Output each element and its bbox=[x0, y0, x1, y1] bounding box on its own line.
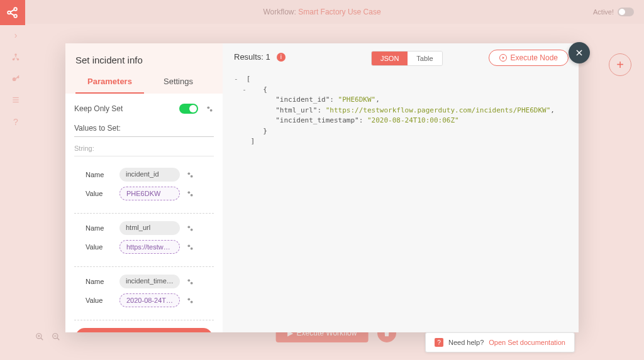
svg-point-31 bbox=[187, 298, 190, 300]
value-input[interactable]: PHE6DKW bbox=[119, 187, 180, 200]
svg-point-28 bbox=[191, 247, 193, 249]
modal-right-panel: Results: 1 i JSON Table Execute Node - [… bbox=[223, 43, 579, 332]
values-to-set-label: Values to Set: bbox=[74, 124, 214, 137]
workflow-title: Workflow: Smart Factory Use Case bbox=[263, 8, 380, 16]
svg-point-32 bbox=[191, 300, 193, 303]
play-icon bbox=[499, 54, 507, 62]
sidebar-expand-icon[interactable]: › bbox=[14, 30, 18, 40]
svg-line-13 bbox=[41, 338, 43, 341]
svg-point-5 bbox=[14, 53, 17, 56]
value-group: Name incident_id Value PHE6DKW bbox=[74, 163, 214, 214]
app-logo[interactable] bbox=[0, 0, 25, 25]
collapse-icon[interactable]: - bbox=[234, 75, 238, 83]
string-section-label: String: bbox=[74, 145, 214, 156]
svg-point-22 bbox=[191, 175, 193, 177]
svg-line-3 bbox=[10, 9, 14, 12]
svg-point-27 bbox=[187, 244, 190, 247]
svg-line-4 bbox=[10, 13, 14, 16]
name-input[interactable]: html_url bbox=[119, 221, 180, 235]
svg-point-30 bbox=[191, 281, 193, 284]
field-value-label: Value bbox=[86, 243, 113, 251]
gear-icon[interactable] bbox=[206, 105, 214, 113]
svg-point-8 bbox=[13, 77, 16, 81]
svg-point-26 bbox=[191, 228, 193, 231]
gear-icon[interactable] bbox=[186, 190, 194, 198]
gear-icon[interactable] bbox=[186, 297, 194, 305]
modal-tabs: Parameters Settings bbox=[75, 77, 213, 94]
node-title: Set incident info bbox=[75, 55, 213, 65]
gear-icon[interactable] bbox=[186, 278, 194, 286]
zoom-in-icon[interactable] bbox=[35, 332, 44, 341]
value-group: Name incident_times... Value 2020-08-24T… bbox=[74, 270, 214, 320]
svg-point-23 bbox=[187, 191, 190, 194]
svg-point-21 bbox=[187, 172, 190, 175]
help-doc-link[interactable]: Open Set documentation bbox=[489, 339, 565, 346]
left-sidebar: › ? bbox=[0, 25, 31, 127]
close-modal-button[interactable] bbox=[569, 42, 590, 63]
add-value-button[interactable]: Add Value ⌄ bbox=[75, 328, 213, 332]
app-header: Workflow: Smart Factory Use Case Active! bbox=[0, 0, 644, 24]
sidebar-credentials-icon[interactable] bbox=[11, 74, 20, 83]
svg-point-20 bbox=[210, 109, 213, 111]
gear-icon[interactable] bbox=[186, 224, 194, 232]
help-text: Need help? bbox=[448, 339, 484, 346]
value-group: Name html_url Value https://testworkfl..… bbox=[74, 216, 214, 267]
field-value-label: Value bbox=[86, 190, 113, 197]
json-view-button[interactable]: JSON bbox=[372, 52, 408, 65]
sidebar-executions-icon[interactable] bbox=[11, 95, 20, 104]
active-toggle[interactable] bbox=[618, 8, 634, 16]
sidebar-workflows-icon[interactable] bbox=[11, 53, 20, 62]
add-node-button[interactable]: + bbox=[609, 53, 631, 76]
field-name-label: Name bbox=[86, 171, 113, 178]
gear-icon[interactable] bbox=[186, 171, 194, 179]
execute-node-button[interactable]: Execute Node bbox=[489, 50, 569, 66]
value-input[interactable]: https://testworkfl... bbox=[119, 240, 180, 254]
svg-point-24 bbox=[191, 194, 193, 196]
node-edit-modal: Set incident info Parameters Settings Ke… bbox=[65, 43, 579, 332]
collapse-icon[interactable]: - bbox=[242, 85, 247, 94]
svg-line-17 bbox=[57, 338, 60, 341]
json-output: - [ - { "incident_id": "PHE6DKW", "html_… bbox=[234, 74, 567, 147]
field-name-label: Name bbox=[86, 224, 113, 232]
table-view-button[interactable]: Table bbox=[408, 52, 441, 65]
zoom-controls bbox=[35, 332, 60, 341]
svg-point-25 bbox=[187, 226, 190, 228]
name-input[interactable]: incident_times... bbox=[119, 275, 180, 288]
view-toggle: JSON Table bbox=[371, 51, 443, 66]
modal-left-panel: Set incident info Parameters Settings Ke… bbox=[65, 43, 223, 332]
keep-only-set-toggle[interactable] bbox=[179, 104, 198, 114]
field-name-label: Name bbox=[86, 278, 113, 285]
keep-only-set-label: Keep Only Set bbox=[74, 104, 123, 113]
results-count: Results: 1 bbox=[234, 52, 270, 62]
svg-point-29 bbox=[187, 279, 190, 281]
help-icon: ? bbox=[435, 338, 443, 347]
svg-point-19 bbox=[207, 106, 209, 109]
zoom-out-icon[interactable] bbox=[52, 332, 60, 341]
field-value-label: Value bbox=[86, 297, 113, 304]
value-input[interactable]: 2020-08-24T10:0... bbox=[119, 293, 180, 307]
help-popup: ? Need help? Open Set documentation bbox=[425, 332, 575, 352]
info-icon[interactable]: i bbox=[277, 53, 286, 62]
active-toggle-group: Active! bbox=[593, 8, 634, 16]
gear-icon[interactable] bbox=[186, 243, 194, 251]
sidebar-help-icon[interactable]: ? bbox=[13, 117, 18, 127]
tab-parameters[interactable]: Parameters bbox=[75, 77, 144, 94]
tab-settings[interactable]: Settings bbox=[144, 77, 213, 94]
name-input[interactable]: incident_id bbox=[119, 168, 180, 182]
